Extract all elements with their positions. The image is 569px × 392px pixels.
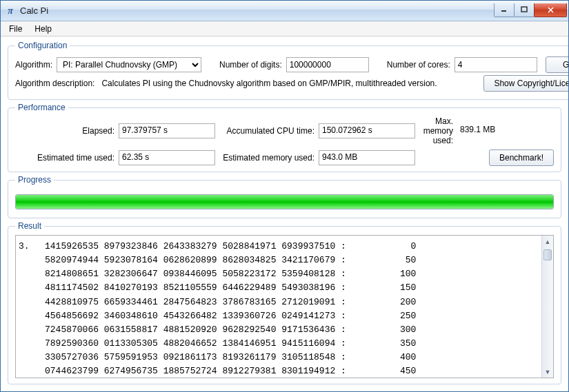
close-button[interactable] xyxy=(534,3,567,17)
cores-label: Number of cores: xyxy=(387,60,450,70)
result-scrollbar[interactable]: ▲ ▼ xyxy=(541,236,553,378)
maximize-button[interactable] xyxy=(514,3,535,17)
progress-bar xyxy=(15,194,554,209)
desc-label: Algorithm description: xyxy=(15,79,94,88)
result-group: Result 3. 1415926535 8979323846 26433832… xyxy=(8,221,561,384)
est-mem-value: 943.0 MB xyxy=(319,150,415,165)
titlebar[interactable]: π Calc Pi xyxy=(1,1,568,21)
configuration-legend: Configuration xyxy=(15,41,70,50)
maxmem-value: 839.1 MB xyxy=(457,123,554,138)
est-time-label: Estimated time used: xyxy=(15,153,119,163)
maxmem-label: Max. memory used: xyxy=(415,116,457,145)
menu-help[interactable]: Help xyxy=(29,23,57,35)
algorithm-label: Algorithm: xyxy=(15,60,52,70)
performance-group: Performance Elapsed: 97.379757 s Accumul… xyxy=(8,103,561,172)
content-area: Configuration Algorithm: PI: Parallel Ch… xyxy=(1,37,568,391)
menubar: File Help xyxy=(1,21,568,37)
cpu-label: Accumulated CPU time: xyxy=(215,126,319,136)
minimize-button[interactable] xyxy=(494,3,515,17)
menu-file[interactable]: File xyxy=(3,23,28,35)
window-title: Calc Pi xyxy=(20,6,495,16)
elapsed-label: Elapsed: xyxy=(15,126,119,136)
performance-legend: Performance xyxy=(15,103,68,112)
app-window: π Calc Pi File Help Configuration Algori… xyxy=(0,0,569,392)
window-controls xyxy=(495,3,567,17)
svg-rect-1 xyxy=(521,7,527,12)
est-mem-label: Estimated memory used: xyxy=(215,153,319,163)
desc-value xyxy=(99,76,479,91)
algorithm-select[interactable]: PI: Parallel Chudnovsky (GMP) xyxy=(57,57,201,72)
scroll-down-icon[interactable]: ▼ xyxy=(542,366,553,378)
result-leading: 3. xyxy=(16,236,39,378)
configuration-group: Configuration Algorithm: PI: Parallel Ch… xyxy=(8,41,568,100)
cores-input[interactable] xyxy=(455,57,537,72)
digits-label: Number of digits: xyxy=(219,60,282,70)
est-time-value: 62.35 s xyxy=(119,150,215,165)
scroll-thumb[interactable] xyxy=(543,249,552,260)
license-button[interactable]: Show Copyright/License xyxy=(483,75,568,92)
progress-group: Progress xyxy=(8,175,561,218)
digits-input[interactable] xyxy=(286,57,369,72)
benchmark-button[interactable]: Benchmark! xyxy=(489,149,554,166)
go-button[interactable]: Go! xyxy=(546,56,568,73)
progress-legend: Progress xyxy=(15,175,54,185)
elapsed-value: 97.379757 s xyxy=(119,123,215,138)
result-text[interactable]: 1415926535 8979323846 2643383279 5028841… xyxy=(39,236,541,378)
progress-fill xyxy=(16,195,553,209)
result-legend: Result xyxy=(15,221,44,231)
scroll-up-icon[interactable]: ▲ xyxy=(542,236,553,247)
app-icon: π xyxy=(5,6,16,17)
cpu-value: 150.072962 s xyxy=(319,123,415,138)
